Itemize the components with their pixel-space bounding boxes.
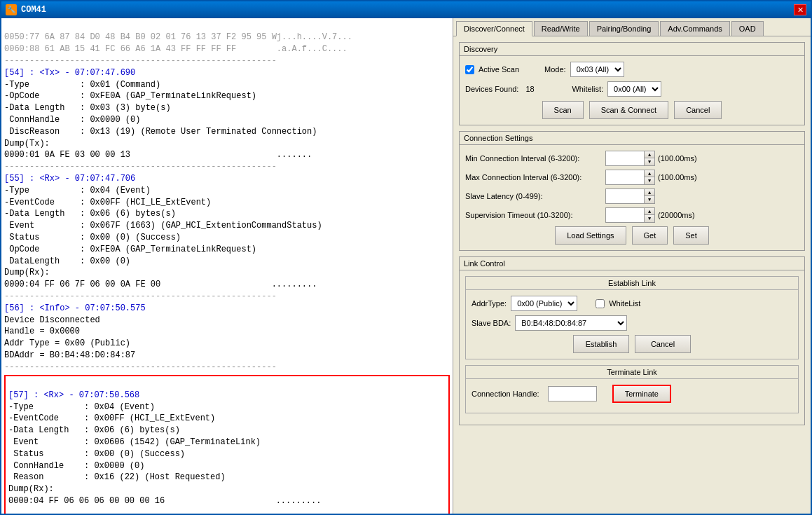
terminate-row: Connection Handle: 0xFFFE Terminate (472, 385, 792, 403)
max-interval-field[interactable]: 80 (605, 170, 644, 185)
devices-found-label: Devices Found: (465, 85, 518, 93)
max-interval-down[interactable]: ▼ (645, 177, 654, 184)
establish-link-section: Establish Link AddrType: 0x00 (Public) W… (465, 276, 799, 359)
slave-latency-label: Slave Latency (0-499): (465, 192, 605, 200)
log-highlighted-section: [57] : <Rx> - 07:07:50.568 -Type : 0x04 … (4, 375, 450, 514)
connection-settings-section: Connection Settings Min Connection Inter… (459, 131, 805, 251)
log-line: ConnHandle : 0x0000 (0) (4, 115, 140, 125)
max-interval-row: Max Connection Interval (6-3200): 80 ▲ ▼… (465, 170, 799, 185)
discovery-section: Discovery Active Scan Mode: 0x03 (All) D… (459, 42, 805, 125)
addr-type-select[interactable]: 0x00 (Public) (511, 296, 577, 311)
right-panel: Discover/Connect Read/Write Pairing/Bond… (453, 18, 811, 514)
log-separator: ----------------------------------------… (4, 56, 277, 66)
establish-cancel-button[interactable]: Cancel (635, 335, 691, 353)
mode-select[interactable]: 0x03 (All) (570, 62, 624, 77)
terminate-link-title: Terminate Link (466, 366, 798, 379)
get-button[interactable]: Get (632, 226, 668, 245)
log-line: 0000:04 FF 06 7F 06 00 0A FE 00 ........… (4, 280, 317, 289)
active-scan-checkbox[interactable] (465, 65, 474, 74)
scan-connect-button[interactable]: Scan & Connect (589, 101, 669, 119)
connection-settings-btn-row: Load Settings Get Set (465, 226, 799, 245)
log-separator: ----------------------------------------… (4, 162, 277, 172)
close-button[interactable]: ✕ (794, 4, 806, 15)
scan-button[interactable]: Scan (542, 101, 584, 119)
whitelist-select[interactable]: 0x00 (All) (607, 81, 661, 97)
slave-latency-row: Slave Latency (0-499): 0 ▲ ▼ (465, 188, 799, 204)
min-interval-unit: (100.00ms) (658, 154, 697, 163)
log-separator: ----------------------------------------… (4, 291, 277, 301)
establish-button[interactable]: Establish (573, 335, 629, 353)
discovery-row1: Active Scan Mode: 0x03 (All) (465, 62, 799, 77)
whitelist-checkbox[interactable] (596, 299, 605, 308)
slave-latency-up[interactable]: ▲ (645, 189, 654, 196)
terminate-button[interactable]: Terminate (612, 385, 671, 403)
load-settings-button[interactable]: Load Settings (555, 226, 626, 245)
log-line: -Data Length : 0x03 (3) byte(s) (4, 103, 171, 113)
max-interval-unit: (100.00ms) (658, 173, 697, 181)
tab-read-write[interactable]: Read/Write (534, 21, 588, 36)
title-bar-left: 🔧 COM41 (6, 4, 46, 15)
supervision-timeout-unit: (20000ms) (658, 211, 695, 219)
min-interval-up[interactable]: ▲ (645, 151, 654, 158)
log-line: DiscReason : 0x13 (19) (Remote User Term… (4, 127, 317, 137)
slave-bda-label: Slave BDA: (472, 319, 511, 327)
max-interval-spinner: ▲ ▼ (644, 170, 655, 185)
tab-adv-commands[interactable]: Adv.Commands (660, 21, 729, 36)
establish-link-body: AddrType: 0x00 (Public) WhiteList Slave … (466, 290, 798, 359)
log-panel[interactable]: 0050:77 6A 87 84 D0 48 B4 B0 02 01 76 13… (1, 18, 453, 514)
slave-bda-row: Slave BDA: B0:B4:48:D0:84:87 (472, 315, 792, 331)
min-interval-row: Min Connection Interval (6-3200): 80 ▲ ▼… (465, 151, 799, 166)
terminate-link-section: Terminate Link Connection Handle: 0xFFFE… (465, 365, 799, 413)
connection-settings-body: Min Connection Interval (6-3200): 80 ▲ ▼… (460, 145, 804, 250)
log-line: Event : 0x0606 (1542) (GAP_TerminateLink… (8, 437, 261, 447)
slave-bda-select[interactable]: B0:B4:48:D0:84:87 (515, 315, 627, 331)
log-line: [54] : <Tx> - 07:07:47.690 (4, 68, 135, 78)
log-line: Dump(Rx): (8, 484, 54, 494)
log-line: -EventCode : 0x00FF (HCI_LE_ExtEvent) (8, 413, 215, 423)
discovery-cancel-button[interactable]: Cancel (674, 101, 722, 119)
log-line: Device Disconnected (4, 315, 100, 325)
log-line: [55] : <Rx> - 07:07:47.706 (4, 174, 135, 184)
slave-latency-field[interactable]: 0 (605, 188, 644, 204)
supervision-timeout-field[interactable]: 2000 (605, 207, 644, 223)
log-line: DataLength : 0x00 (0) (4, 256, 130, 266)
log-line: BDAddr = B0:B4:48:D0:84:87 (4, 350, 135, 360)
mode-label: Mode: (544, 65, 566, 74)
log-line: -OpCode : 0xFE0A (GAP_TerminateLinkReque… (4, 91, 256, 101)
whitelist-checkbox-label: WhiteList (609, 299, 640, 308)
supervision-timeout-up[interactable]: ▲ (645, 208, 654, 215)
establish-link-title: Establish Link (466, 277, 798, 290)
discovery-btn-row: Scan Scan & Connect Cancel (465, 101, 799, 119)
log-line: 0050:77 6A 87 84 D0 48 B4 B0 02 01 76 13… (4, 32, 352, 42)
max-interval-up[interactable]: ▲ (645, 170, 654, 177)
min-interval-down[interactable]: ▼ (645, 158, 654, 165)
tab-discover-connect[interactable]: Discover/Connect (456, 21, 532, 36)
log-line: Status : 0x00 (0) (Success) (8, 449, 185, 459)
conn-handle-label: Connection Handle: (472, 390, 539, 398)
min-interval-input: 80 ▲ ▼ (605, 151, 655, 166)
connection-settings-title: Connection Settings (460, 132, 804, 145)
log-line: 0000:01 0A FE 03 00 00 13 ....... (4, 150, 312, 160)
log-separator: ----------------------------------------… (4, 362, 277, 372)
addr-type-row: AddrType: 0x00 (Public) WhiteList (472, 296, 792, 311)
discovery-body: Active Scan Mode: 0x03 (All) Devices Fou… (460, 56, 804, 125)
min-interval-label: Min Connection Interval (6-3200): (465, 154, 605, 163)
min-interval-field[interactable]: 80 (605, 151, 644, 166)
supervision-timeout-down[interactable]: ▼ (645, 215, 654, 222)
log-line: OpCode : 0xFE0A (GAP_TerminateLinkReques… (4, 245, 256, 254)
log-line: ConnHandle : 0x0000 (0) (8, 461, 144, 471)
tab-oad[interactable]: OAD (731, 21, 764, 36)
devices-found-value: 18 (525, 85, 546, 93)
tab-pairing-bonding[interactable]: Pairing/Bonding (589, 21, 659, 36)
set-button[interactable]: Set (673, 226, 709, 245)
app-icon: 🔧 (6, 4, 17, 15)
log-line: Reason : 0x16 (22) (Host Requested) (8, 472, 226, 482)
window-title: COM41 (21, 5, 46, 15)
slave-latency-down[interactable]: ▼ (645, 196, 654, 203)
log-text: 0050:77 6A 87 84 D0 48 B4 B0 02 01 76 13… (4, 21, 450, 373)
conn-handle-field[interactable]: 0xFFFE (548, 386, 597, 401)
log-line: [57] : <Rx> - 07:07:50.568 (8, 390, 139, 400)
log-line: Dump(Rx): (4, 268, 50, 277)
log-line: 0060:88 61 AB 15 41 FC 66 A6 1A 43 FF FF… (4, 44, 347, 54)
log-line: -Type : 0x04 (Event) (4, 186, 151, 195)
